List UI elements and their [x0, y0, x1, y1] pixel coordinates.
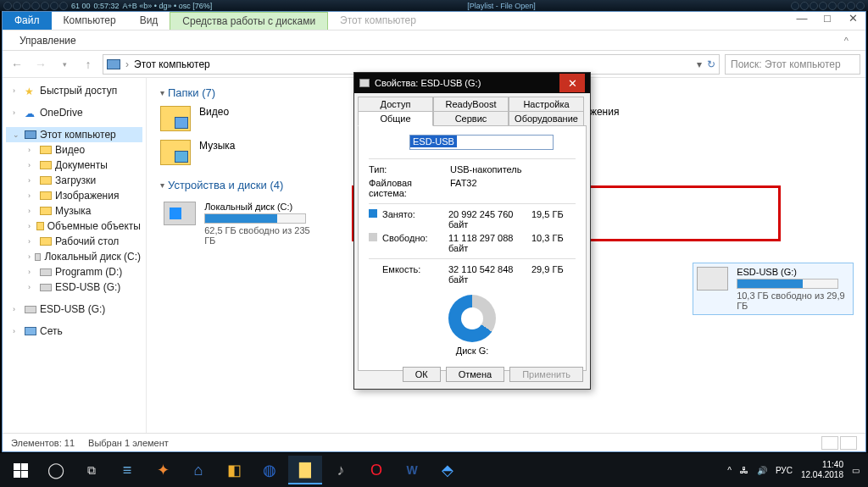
taskview-icon[interactable]: ⧉	[75, 456, 108, 484]
taskbar-app[interactable]: ◍	[253, 456, 287, 484]
sidebar-this-pc[interactable]: ⌄Этот компьютер	[6, 127, 142, 142]
start-button[interactable]	[3, 456, 37, 484]
search-input[interactable]: Поиск: Этот компьютер	[725, 54, 860, 75]
view-tab[interactable]: Вид	[128, 12, 170, 30]
player-track: 61 00	[71, 2, 91, 10]
computer-tab[interactable]: Компьютер	[52, 12, 128, 30]
tray-clock[interactable]: 11:4012.04.2018	[801, 460, 843, 480]
taskbar-app[interactable]: ⌂	[181, 456, 215, 484]
taskbar-app[interactable]: ⬘	[431, 456, 465, 484]
up-button[interactable]: ↑	[79, 55, 97, 74]
sidebar-item-drive-g[interactable]: ›ESD-USB (G:)	[6, 279, 142, 295]
sidebar-esd-usb[interactable]: ›ESD-USB (G:)	[6, 302, 142, 317]
free-space-row: Свободно:11 118 297 088 байт10,3 ГБ	[369, 231, 576, 255]
forward-button[interactable]: →	[31, 55, 50, 74]
back-button[interactable]: ←	[8, 55, 26, 74]
ribbon-manage[interactable]: Управление	[19, 35, 76, 47]
drive-tools-tab[interactable]: Средства работы с дисками	[170, 12, 328, 30]
status-count: Элементов: 11	[11, 438, 75, 448]
media-player-bar: 61 00 0:57:32 A+B «b» • dg» • osc [76%] …	[0, 0, 868, 11]
address-field[interactable]: › Этот компьютер ▾↻	[103, 54, 720, 75]
sidebar-onedrive[interactable]: ›☁OneDrive	[6, 105, 142, 120]
pc-icon	[107, 59, 120, 69]
used-color-icon	[369, 209, 377, 218]
dialog-titlebar[interactable]: Свойства: ESD-USB (G:) ✕	[354, 73, 590, 93]
player-info: A+B «b» • dg» • osc [76%]	[123, 2, 213, 10]
tab-hardware[interactable]: Оборудование	[509, 111, 584, 126]
drive-small-icon	[359, 79, 370, 87]
tab-access[interactable]: Доступ	[358, 97, 433, 112]
volume-name-input[interactable]: ESD-USB	[409, 135, 554, 150]
refresh-icon[interactable]: ↻	[707, 58, 715, 70]
taskbar-word[interactable]: W	[395, 456, 429, 484]
player-title: [Playlist - File Open]	[215, 2, 787, 10]
tray-notifications-icon[interactable]: ▭	[852, 466, 860, 475]
tray-network-icon[interactable]: 🖧	[740, 466, 748, 475]
tray-volume-icon[interactable]: 🔊	[757, 466, 767, 475]
sidebar-item-desktop[interactable]: ›Рабочий стол	[6, 234, 142, 249]
ok-button[interactable]: ОК	[403, 367, 441, 382]
drive-c-tile[interactable]: Локальный диск (C:) 62,5 ГБ свободно из …	[160, 198, 321, 249]
usage-pie-chart	[448, 295, 496, 342]
ribbon-collapse-icon[interactable]: ^	[844, 36, 849, 46]
free-color-icon	[369, 233, 377, 241]
sidebar-item-drive-c[interactable]: ›Локальный диск (C:)	[6, 249, 142, 264]
taskbar-app[interactable]: ✦	[146, 456, 180, 484]
folder-icon	[160, 106, 191, 131]
folder-music[interactable]: Музыка	[160, 140, 296, 165]
tab-service[interactable]: Сервис	[433, 111, 509, 126]
tab-general[interactable]: Общие	[358, 111, 433, 126]
drive-g-tile[interactable]: ESD-USB (G:) 10,3 ГБ свободно из 29,9 ГБ	[693, 263, 854, 315]
file-tab[interactable]: Файл	[3, 12, 52, 30]
drive-icon	[164, 202, 196, 225]
recent-button[interactable]: ▾	[55, 55, 74, 74]
tiles-view-button[interactable]	[840, 436, 857, 450]
taskbar-app[interactable]: ◧	[217, 456, 251, 484]
sidebar-item-downloads[interactable]: ›Загрузки	[6, 173, 142, 188]
navigation-pane: ›★Быстрый доступ ›☁OneDrive ⌄Этот компью…	[3, 78, 147, 433]
taskbar-app[interactable]: ♪	[324, 456, 358, 484]
cancel-button[interactable]: Отмена	[446, 367, 504, 382]
dialog-pane: ESD-USB Тип:USB-накопитель Файловая сист…	[358, 125, 587, 371]
maximize-button[interactable]: □	[815, 12, 840, 30]
properties-dialog: Свойства: ESD-USB (G:) ✕ Доступ ReadyBoo…	[353, 72, 591, 390]
search-icon[interactable]: ◯	[39, 456, 73, 484]
sidebar-quick-access[interactable]: ›★Быстрый доступ	[6, 83, 142, 98]
ribbon-tabs: Файл Компьютер Вид Средства работы с дис…	[3, 12, 865, 30]
disk-label: Диск G:	[369, 346, 576, 356]
taskbar-app[interactable]: ≡	[110, 456, 144, 484]
dialog-close-button[interactable]: ✕	[559, 74, 585, 92]
status-bar: Элементов: 11 Выбран 1 элемент	[3, 433, 865, 451]
sidebar-network[interactable]: ›Сеть	[6, 324, 142, 339]
taskbar: ◯ ⧉ ≡ ✦ ⌂ ◧ ◍ ▇ ♪ O W ⬘ ^ 🖧 🔊 РУС 11:401…	[0, 453, 868, 487]
used-space-row: Занято:20 992 245 760 байт19,5 ГБ	[369, 208, 576, 231]
dialog-title: Свойства: ESD-USB (G:)	[375, 78, 481, 88]
breadcrumb[interactable]: Этот компьютер	[134, 58, 210, 70]
sidebar-item-videos[interactable]: ›Видео	[6, 142, 142, 158]
tray-language[interactable]: РУС	[776, 466, 793, 475]
minimize-button[interactable]: —	[789, 12, 815, 30]
tab-settings[interactable]: Настройка	[509, 97, 584, 112]
sidebar-item-pictures[interactable]: ›Изображения	[6, 188, 142, 203]
ribbon-row: Управление ^	[3, 30, 865, 51]
tray-chevron-icon[interactable]: ^	[727, 466, 732, 475]
sidebar-item-documents[interactable]: ›Документы	[6, 158, 142, 173]
close-button[interactable]: ✕	[840, 12, 865, 30]
dropdown-icon[interactable]: ▾	[697, 58, 702, 70]
sidebar-item-drive-d[interactable]: ›Programm (D:)	[6, 264, 142, 279]
apply-button[interactable]: Применить	[509, 367, 583, 382]
capacity-row: Емкость:32 110 542 848 байт29,9 ГБ	[369, 263, 576, 286]
folder-videos[interactable]: Видео	[160, 106, 296, 131]
taskbar-opera[interactable]: O	[359, 456, 393, 484]
status-selection: Выбран 1 элемент	[88, 438, 169, 448]
details-view-button[interactable]	[821, 436, 838, 450]
tab-readyboost[interactable]: ReadyBoost	[433, 97, 509, 112]
sidebar-item-3dobjects[interactable]: ›Объемные объекты	[6, 219, 142, 234]
system-tray[interactable]: ^ 🖧 🔊 РУС 11:4012.04.2018 ▭	[727, 460, 865, 480]
player-button[interactable]	[3, 2, 12, 10]
context-tab: Этот компьютер	[328, 12, 428, 30]
usb-drive-icon	[697, 267, 728, 291]
dialog-tabs: Доступ ReadyBoost Настройка Общие Сервис…	[354, 93, 590, 125]
sidebar-item-music[interactable]: ›Музыка	[6, 203, 142, 219]
taskbar-explorer[interactable]: ▇	[288, 456, 322, 484]
